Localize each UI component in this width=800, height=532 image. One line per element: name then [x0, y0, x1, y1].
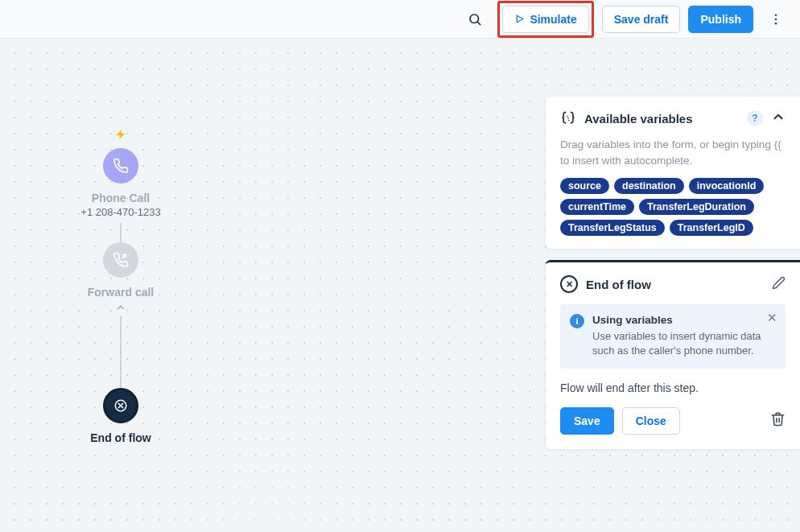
pencil-icon: [772, 276, 786, 290]
delete-button[interactable]: [770, 411, 786, 430]
variable-chip[interactable]: TransferLegID: [670, 220, 753, 236]
variable-chip[interactable]: destination: [614, 178, 684, 194]
forward-call-icon: [113, 252, 129, 268]
svg-line-1: [478, 22, 480, 24]
variable-chip[interactable]: TransferLegDuration: [639, 199, 754, 215]
flow-canvas[interactable]: Phone Call +1 208-470-1233 Forward call …: [0, 39, 800, 532]
variable-chip[interactable]: currentTime: [560, 199, 634, 215]
connector-line: [120, 223, 122, 242]
end-panel-icon: ✕: [560, 275, 578, 293]
save-draft-label: Save draft: [614, 13, 669, 26]
phone-call-title: Phone Call: [92, 192, 150, 204]
svg-point-4: [775, 18, 777, 20]
simulate-button[interactable]: Simulate: [502, 6, 588, 33]
search-icon: [468, 12, 482, 27]
panel-actions: Save Close: [560, 407, 786, 435]
variables-panel: Available variables ? Drag variables int…: [546, 97, 800, 249]
variable-chip[interactable]: invocationId: [689, 178, 765, 194]
chevron-up-icon: [771, 109, 786, 124]
expand-chevron[interactable]: [115, 302, 126, 315]
variable-chips: source destination invocationId currentT…: [560, 178, 786, 236]
trash-icon: [770, 411, 786, 427]
simulate-label: Simulate: [530, 13, 576, 26]
phone-call-node[interactable]: [103, 148, 138, 184]
close-button[interactable]: Close: [622, 407, 680, 435]
publish-button[interactable]: Publish: [688, 6, 753, 33]
variables-panel-description: Drag variables into the form, or begin t…: [560, 137, 786, 168]
connector-line: [120, 315, 122, 388]
collapse-button[interactable]: [771, 109, 786, 127]
svg-marker-2: [518, 15, 524, 23]
info-box: i Using variables Use variables to inser…: [560, 304, 786, 368]
variable-chip[interactable]: source: [560, 178, 609, 194]
save-draft-button[interactable]: Save draft: [602, 6, 681, 33]
info-close-button[interactable]: ✕: [767, 311, 777, 325]
search-button[interactable]: [460, 5, 489, 34]
play-icon: [514, 14, 525, 24]
more-menu-button[interactable]: [761, 5, 790, 34]
publish-label: Publish: [700, 13, 741, 26]
save-button[interactable]: Save: [560, 407, 614, 435]
info-title: Using variables: [592, 314, 776, 326]
trigger-icon: [115, 129, 126, 143]
phone-call-number: +1 208-470-1233: [80, 206, 160, 218]
variables-icon: [560, 110, 576, 126]
end-panel-message: Flow will end after this step.: [560, 381, 786, 394]
variable-chip[interactable]: TransferLegStatus: [560, 220, 665, 236]
end-of-flow-title: End of flow: [90, 431, 151, 444]
end-of-flow-node[interactable]: [103, 388, 138, 423]
chevron-up-icon: [115, 302, 126, 313]
end-of-flow-panel: ✕ End of flow i Using variables Use vari…: [546, 260, 800, 448]
flow-column: Phone Call +1 208-470-1233 Forward call …: [60, 129, 181, 444]
end-icon: [113, 398, 128, 413]
info-icon: i: [570, 314, 584, 328]
help-button[interactable]: ?: [747, 110, 763, 126]
edit-button[interactable]: [772, 276, 786, 293]
svg-point-3: [775, 14, 777, 16]
more-vertical-icon: [769, 12, 783, 27]
svg-point-5: [775, 22, 777, 24]
phone-icon: [113, 158, 129, 174]
variables-panel-title: Available variables: [584, 112, 739, 126]
save-label: Save: [574, 414, 600, 427]
info-text: Use variables to insert dynamic data suc…: [592, 329, 776, 358]
simulate-highlight: Simulate: [497, 1, 593, 38]
close-label: Close: [636, 414, 666, 427]
svg-marker-6: [117, 130, 126, 139]
header-toolbar: Simulate Save draft Publish: [0, 0, 800, 39]
side-panels: Available variables ? Drag variables int…: [546, 97, 800, 449]
end-panel-title: End of flow: [586, 278, 764, 291]
forward-call-node[interactable]: [103, 242, 138, 278]
forward-call-title: Forward call: [88, 286, 154, 299]
